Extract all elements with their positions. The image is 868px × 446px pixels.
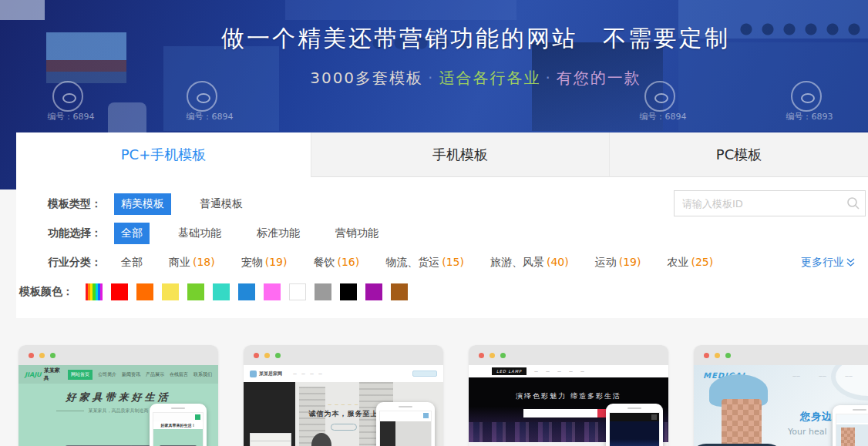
phone-mockup: 好家具带来好生活！: [150, 404, 207, 446]
phone-heading: 好家具带来好生活！: [153, 423, 203, 428]
banner-subtitle: 3000多套模板·适合各行各业·有您的一款: [0, 68, 868, 89]
filter-row-color: 模板颜色：: [16, 277, 868, 307]
color-swatch-gray[interactable]: [315, 283, 331, 300]
func-option-all[interactable]: 全部: [114, 223, 150, 244]
template-card-furniture[interactable]: JIAJU 某某家具 网站首页 公司简介 新闻资讯 产品展示 在线留言 联系我们…: [19, 345, 218, 446]
preview-button: [331, 424, 357, 431]
filter-panel: PC+手机模板 手机模板 PC模板 模板类型： 精美模板 普通模板 功能选择： …: [16, 132, 868, 318]
browser-chrome: [469, 345, 668, 365]
industry-option-catering[interactable]: 餐饮(16): [314, 256, 360, 270]
tab-pc-template[interactable]: PC模板: [609, 132, 868, 177]
color-swatch-pink[interactable]: [264, 283, 281, 300]
industry-count: (40): [547, 256, 569, 268]
color-swatch-teal[interactable]: [213, 283, 230, 300]
template-preview: 某某居家网 — — — — — — — — — 诚信为本，服务至上: [244, 365, 443, 446]
phone-screen: 好家具带来好生活！: [153, 412, 204, 446]
phone-hero-image: [610, 421, 659, 446]
template-preview: MEDICAL —— —— —— —— 您身边 Your heal: [694, 365, 868, 446]
dresser-graphic: [250, 433, 291, 446]
preview-subheading: Your heal: [788, 427, 827, 437]
industry-option-pets[interactable]: 宠物(19): [241, 256, 288, 270]
filter-label-color: 模板颜色：: [19, 285, 86, 299]
preview-nav-item: —: [534, 369, 538, 374]
industry-option-business[interactable]: 商业(18): [169, 256, 215, 270]
browser-chrome: [19, 345, 218, 365]
phone-screen: [379, 411, 432, 446]
banner-thumbnail: [285, 0, 516, 20]
preview-logo-icon: [250, 371, 257, 377]
func-option-marketing[interactable]: 营销功能: [328, 223, 385, 244]
surgical-lamp-graphic: [831, 365, 868, 401]
industry-option-agriculture[interactable]: 农业(25): [668, 256, 714, 270]
color-swatch-purple[interactable]: [365, 283, 382, 300]
subtitle-count: 3000多套模板: [310, 69, 423, 87]
template-id-label: 编号：6893: [772, 111, 846, 122]
window-minimize-dot: [715, 353, 720, 358]
preview-nav-item: 新闻资讯: [122, 371, 140, 378]
phone-header: [610, 413, 659, 421]
phone-mockup: [833, 405, 868, 446]
color-swatch-white[interactable]: [289, 283, 306, 300]
preview-nav-item: ——: [845, 374, 853, 378]
type-option-normal[interactable]: 普通模板: [193, 193, 250, 215]
preview-nav-item: 在线留言: [170, 371, 188, 378]
window-maximize-dot: [50, 353, 56, 358]
banner-thumbnail: [0, 0, 45, 20]
filter-row-function: 功能选择： 全部 基础功能 标准功能 营销功能: [16, 219, 868, 248]
phone-header: [380, 411, 431, 420]
color-swatch-black[interactable]: [340, 283, 357, 300]
search-input[interactable]: [675, 191, 842, 216]
filter-label-type: 模板类型：: [48, 197, 114, 211]
func-option-standard[interactable]: 标准功能: [250, 223, 307, 244]
template-id-search: [674, 190, 866, 216]
color-swatch-yellow[interactable]: [162, 283, 179, 300]
search-icon[interactable]: [842, 196, 865, 210]
preview-navbar: 某某居家网 — — — —: [244, 365, 443, 382]
color-swatch-multicolor[interactable]: [86, 283, 103, 300]
func-option-basic[interactable]: 基础功能: [171, 223, 228, 244]
color-swatch-blue[interactable]: [238, 283, 255, 300]
industry-count: (18): [193, 256, 215, 268]
industry-count: (19): [619, 256, 641, 268]
industry-option-logistics[interactable]: 物流、货运(15): [385, 256, 464, 270]
menu-icon: [195, 414, 200, 420]
window-close-dot: [254, 353, 259, 358]
template-card-led-lamp[interactable]: LED LAMP — — — — — 演绎色彩魅力 缔造多彩生活 我们的产品: [469, 345, 668, 446]
type-option-premium[interactable]: 精美模板: [114, 193, 171, 215]
template-card-medical[interactable]: MEDICAL —— —— —— —— 您身边 Your heal: [694, 345, 868, 446]
template-id-label: 编号：6894: [626, 111, 700, 122]
industry-option-all[interactable]: 全部: [121, 256, 143, 270]
preview-nav-item: —: [569, 369, 573, 374]
filter-row-industry: 行业分类： 全部 商业(18) 宠物(19) 餐饮(16) 物流、货运(15) …: [16, 248, 868, 277]
window-minimize-dot: [264, 353, 270, 358]
color-swatch-red[interactable]: [111, 283, 128, 300]
tab-mobile-template[interactable]: 手机模板: [311, 132, 609, 177]
preview-nav-item: —: [293, 371, 297, 376]
phone-screen: [609, 412, 660, 446]
color-swatch-brown[interactable]: [391, 283, 408, 300]
filter-label-industry: 行业分类：: [48, 256, 114, 270]
template-card-home-decor[interactable]: 某某居家网 — — — — — — — — — 诚信为本，服务至上: [244, 345, 443, 446]
preview-logo: LED LAMP: [492, 367, 527, 375]
subtitle-separator: ·: [428, 69, 434, 87]
more-industries-link[interactable]: 更多行业: [801, 256, 855, 270]
phone-hero-image: [380, 421, 431, 446]
preview-nav-item: 网站首页: [68, 370, 93, 380]
industry-option-sports[interactable]: 运动(19): [595, 256, 641, 270]
preview-navbar: JIAJU 某某家具 网站首页 公司简介 新闻资讯 产品展示 在线留言 联系我们: [19, 365, 218, 384]
industry-count: (15): [442, 256, 464, 268]
color-swatch-green[interactable]: [187, 283, 204, 300]
phone-header: [836, 414, 868, 423]
industry-options: 全部 商业(18) 宠物(19) 餐饮(16) 物流、货运(15) 旅游、风景(…: [114, 256, 739, 270]
template-preview: JIAJU 某某家具 网站首页 公司简介 新闻资讯 产品展示 在线留言 联系我们…: [19, 365, 218, 446]
menu-icon: [423, 413, 429, 418]
window-close-dot: [479, 353, 484, 358]
phone-header: [153, 413, 203, 421]
phone-hero-image: [153, 429, 203, 446]
chair-graphic: [311, 433, 331, 446]
industry-option-travel[interactable]: 旅游、风景(40): [490, 256, 569, 270]
color-swatch-orange[interactable]: [136, 283, 153, 300]
window-maximize-dot: [275, 353, 281, 358]
tab-pc-mobile-template[interactable]: PC+手机模板: [16, 132, 311, 177]
preview-search-bar: [523, 409, 614, 417]
